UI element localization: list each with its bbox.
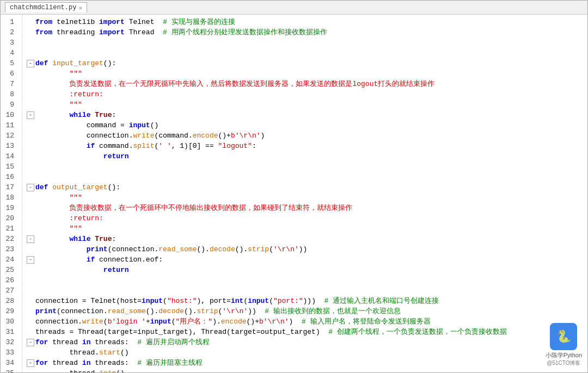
- code-line: connection = Telnet(host=input("host:"),…: [27, 296, 587, 306]
- code-area[interactable]: from telnetlib import Telnet # 实现与服务器的连接…: [22, 15, 587, 372]
- watermark-logo: 🐍: [550, 323, 577, 350]
- code-content: if command.split(' ', 1)[0] == "logout":: [35, 141, 587, 151]
- fold-marker[interactable]: -: [27, 359, 34, 367]
- code-content: while True:: [35, 110, 587, 120]
- code-line: [27, 38, 587, 48]
- title-bar: chatchmdclient.py ✕: [1, 1, 587, 15]
- code-line: [27, 161, 587, 172]
- code-line: from threading import Thread # 用两个线程分别处理…: [27, 27, 587, 38]
- code-line: [27, 285, 587, 296]
- line-number: 29: [1, 306, 17, 316]
- code-line: [27, 48, 587, 58]
- line-number: 19: [1, 203, 17, 213]
- code-content: print(connection.read_some().decode().st…: [35, 244, 587, 254]
- line-number: 6: [1, 69, 17, 79]
- code-line: return: [27, 151, 587, 161]
- line-number: 33: [1, 347, 17, 358]
- code-line: connection.write(command.encode()+b'\r\n…: [27, 130, 587, 141]
- line-number: 32: [1, 337, 17, 347]
- line-number: 24: [1, 254, 17, 265]
- tab-label: chatchmdclient.py: [10, 4, 76, 11]
- code-line: """: [27, 192, 587, 203]
- code-line: threads = Thread(target=input_target), T…: [27, 327, 587, 337]
- code-line: 负责接收数据，在一个死循环中不停地输出接收到的数据，如果碰到了结束符，就结束操作: [27, 203, 587, 213]
- line-number: 13: [1, 141, 17, 151]
- line-number: 22: [1, 234, 17, 244]
- line-number: 35: [1, 368, 17, 372]
- fold-marker[interactable]: -: [27, 60, 34, 67]
- code-content: return: [35, 151, 587, 161]
- code-line: 负责发送数据，在一个无限死循环中先输入，然后将数据发送到服务器，如果发送的数据是…: [27, 79, 587, 89]
- line-number: 11: [1, 120, 17, 130]
- code-line: """: [27, 100, 587, 110]
- watermark-brand: 小陈学Python: [546, 351, 582, 359]
- fold-marker[interactable]: -: [27, 339, 34, 346]
- line-number: 18: [1, 192, 17, 203]
- line-number: 27: [1, 285, 17, 296]
- code-line: -for thread in threads: # 遍历并阻塞主线程: [27, 358, 587, 368]
- fold-marker[interactable]: -: [27, 235, 34, 243]
- code-content: if connection.eof:: [35, 254, 587, 265]
- line-number: 28: [1, 296, 17, 306]
- code-content: :return:: [35, 213, 587, 223]
- code-content: connection.write(b'login '+input("用户名：")…: [35, 316, 587, 327]
- code-content: """: [35, 69, 587, 79]
- code-content: :return:: [35, 89, 587, 100]
- code-content: command = input(): [35, 120, 587, 130]
- fold-marker[interactable]: -: [27, 184, 34, 191]
- code-line: [27, 172, 587, 182]
- code-content: thread.start(): [35, 347, 587, 358]
- code-content: threads = Thread(target=input_target), T…: [35, 327, 587, 337]
- code-content: """: [35, 192, 587, 203]
- line-number: 16: [1, 172, 17, 182]
- code-content: 负责发送数据，在一个无限死循环中先输入，然后将数据发送到服务器，如果发送的数据是…: [35, 79, 587, 89]
- line-number: 21: [1, 223, 17, 234]
- code-line: from telnetlib import Telnet # 实现与服务器的连接: [27, 17, 587, 27]
- code-line: -def output_target():: [27, 182, 587, 192]
- code-content: while True:: [35, 234, 587, 244]
- code-content: def output_target():: [35, 182, 587, 192]
- code-content: from threading import Thread # 用两个线程分别处理…: [35, 27, 587, 38]
- code-line: - while True:: [27, 110, 587, 120]
- line-number: 12: [1, 130, 17, 141]
- fold-marker[interactable]: -: [27, 111, 34, 119]
- code-line: print(connection.read_some().decode().st…: [27, 244, 587, 254]
- line-number: 14: [1, 151, 17, 161]
- line-number: 1: [1, 17, 17, 27]
- code-content: print(connection.read_some().decode().st…: [35, 306, 587, 316]
- line-number: 15: [1, 161, 17, 172]
- code-line: return: [27, 265, 587, 275]
- line-number: 9: [1, 100, 17, 110]
- line-number: 17: [1, 182, 17, 192]
- code-content: thread.join(): [35, 368, 587, 372]
- code-line: - while True:: [27, 234, 587, 244]
- code-line: """: [27, 223, 587, 234]
- line-number: 34: [1, 358, 17, 368]
- code-line: :return:: [27, 89, 587, 100]
- code-line: """: [27, 69, 587, 79]
- code-line: command = input(): [27, 120, 587, 130]
- watermark-sub: @51CTO博客: [547, 359, 580, 367]
- code-content: return: [35, 265, 587, 275]
- line-number: 31: [1, 327, 17, 337]
- code-line: thread.join(): [27, 368, 587, 372]
- tab-close-button[interactable]: ✕: [78, 4, 82, 11]
- code-line: connection.write(b'login '+input("用户名：")…: [27, 316, 587, 327]
- line-number: 23: [1, 244, 17, 254]
- editor-area: 1234567891011121314151617181920212223242…: [1, 15, 587, 372]
- line-number: 8: [1, 89, 17, 100]
- line-number: 30: [1, 316, 17, 327]
- code-line: thread.start(): [27, 347, 587, 358]
- code-line: [27, 275, 587, 285]
- fold-marker[interactable]: -: [27, 256, 34, 264]
- watermark: 🐍 小陈学Python @51CTO博客: [546, 323, 582, 367]
- code-content: """: [35, 223, 587, 234]
- editor-tab[interactable]: chatchmdclient.py ✕: [5, 2, 87, 13]
- line-number: 10: [1, 110, 17, 120]
- code-line: -for thread in threads: # 遍历并启动两个线程: [27, 337, 587, 347]
- code-content: """: [35, 100, 587, 110]
- code-content: from telnetlib import Telnet # 实现与服务器的连接: [35, 17, 587, 27]
- line-number: 7: [1, 79, 17, 89]
- line-number: 20: [1, 213, 17, 223]
- code-content: connection = Telnet(host=input("host:"),…: [35, 296, 587, 306]
